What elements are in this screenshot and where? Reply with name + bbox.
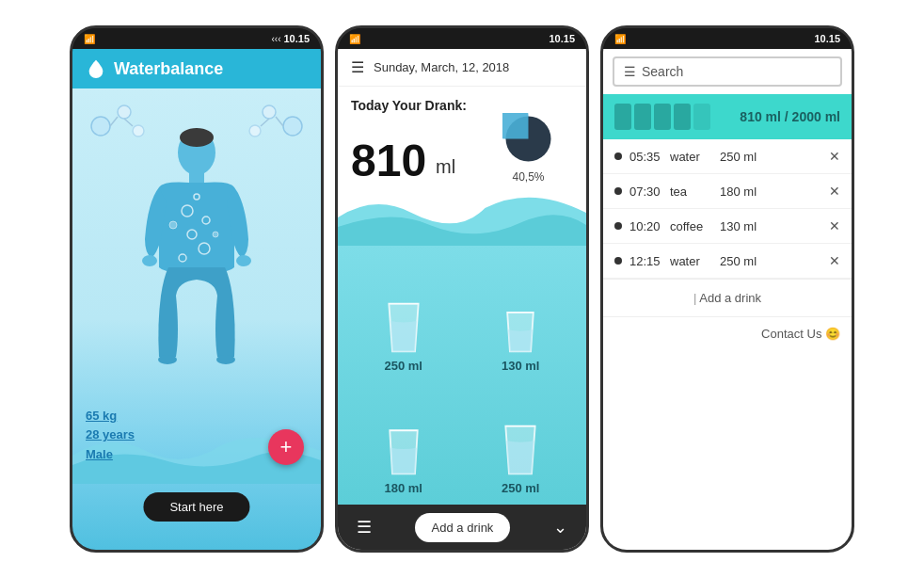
- svg-point-11: [180, 128, 214, 147]
- chevron-down-icon[interactable]: ⌄: [553, 517, 567, 538]
- svg-point-5: [283, 117, 302, 136]
- svg-point-21: [142, 255, 157, 266]
- contact-row[interactable]: Contact Us 😊: [603, 317, 852, 350]
- delete-button-2[interactable]: ✕: [829, 184, 840, 199]
- phone-3: 📶 10.15 ☰ Search: [600, 25, 854, 553]
- search-bar[interactable]: ☰ Search: [613, 56, 842, 87]
- add-drink-button[interactable]: Add a drink: [415, 513, 511, 542]
- amount-number: 810: [351, 138, 426, 184]
- phone1-stats: 65 kg 28 years Male: [86, 407, 135, 465]
- add-button[interactable]: +: [268, 429, 304, 465]
- wifi-icon-2: 📶: [349, 34, 360, 44]
- wave-section: [338, 189, 586, 246]
- drink-amount-1: 250 ml: [720, 150, 821, 164]
- drink-type-1: water: [670, 150, 712, 164]
- progress-bar-4: [674, 104, 691, 130]
- date-display: Sunday, March, 12, 2018: [374, 60, 509, 74]
- cup-4-label: 250 ml: [502, 481, 539, 495]
- amount-unit: ml: [436, 156, 455, 178]
- drink-type-4: water: [670, 254, 712, 268]
- today-section: Today Your Drank: 810 ml 40,5%: [338, 87, 586, 189]
- svg-point-19: [169, 221, 177, 229]
- list-icon[interactable]: ☰: [357, 517, 372, 538]
- status-bar-right-2: 10.15: [549, 33, 575, 44]
- status-bar-left-1: 📶: [84, 34, 95, 44]
- drink-dot-4: [614, 257, 622, 265]
- phone-1: 📶 ‹‹‹ 10.15 Waterbalance: [70, 25, 324, 553]
- cup-4: 250 ml: [465, 377, 578, 495]
- drink-dot-2: [614, 187, 622, 195]
- svg-point-6: [263, 105, 276, 119]
- svg-point-23: [158, 355, 177, 364]
- status-bar-right-3: 10.15: [814, 33, 840, 44]
- pie-percent: 40,5%: [502, 170, 554, 184]
- status-time-3: 10.15: [814, 33, 840, 44]
- app-title: Waterbalance: [114, 59, 223, 79]
- cups-section: 250 ml 130 ml: [338, 246, 586, 505]
- age-stat: 28 years: [86, 425, 135, 445]
- human-body-svg: [140, 126, 253, 390]
- weight-stat: 65 kg: [86, 407, 135, 426]
- drink-type-3: coffee: [670, 219, 712, 233]
- drink-amount-3: 130 ml: [720, 219, 821, 233]
- progress-bar-1: [614, 104, 631, 130]
- today-label: Today Your Drank:: [351, 98, 573, 113]
- progress-bar-2: [634, 104, 651, 130]
- phone1-body: 65 kg 28 years Male + Start here: [72, 88, 321, 550]
- svg-line-4: [124, 119, 133, 126]
- drink-time-1: 05:35: [629, 150, 662, 164]
- drink-amount-2: 180 ml: [720, 185, 821, 199]
- svg-rect-12: [189, 171, 204, 183]
- delete-button-1[interactable]: ✕: [829, 149, 840, 164]
- drink-item-3: 10:20 coffee 130 ml ✕: [603, 209, 852, 244]
- phone1-header: Waterbalance: [72, 49, 321, 88]
- svg-point-0: [91, 117, 110, 136]
- status-bar-left-2: 📶: [349, 34, 360, 44]
- status-bar-left-3: 📶: [614, 34, 626, 44]
- drink-amount-4: 250 ml: [720, 254, 821, 268]
- svg-point-22: [236, 255, 251, 266]
- wifi-icon-1: 📶: [84, 34, 95, 44]
- start-button[interactable]: Start here: [143, 492, 249, 522]
- gender-stat: Male: [86, 445, 135, 465]
- status-bar-3: 📶 10.15: [603, 28, 852, 49]
- svg-line-8: [276, 117, 283, 126]
- drink-dot-1: [614, 153, 622, 160]
- drink-dot-3: [614, 222, 622, 230]
- phone1-screen: Waterbalance: [72, 49, 321, 550]
- drink-time-2: 07:30: [629, 185, 662, 199]
- phone3-header: ☰ Search: [603, 49, 852, 94]
- delete-button-3[interactable]: ✕: [829, 218, 840, 233]
- progress-text: 810 ml / 2000 ml: [740, 109, 840, 124]
- status-bar-2: 📶 10.15: [338, 28, 586, 49]
- progress-bars: [614, 104, 710, 130]
- svg-point-20: [213, 232, 218, 237]
- phone2-footer: ☰ Add a drink ⌄: [338, 505, 586, 550]
- cup-2: 130 ml: [465, 255, 578, 373]
- phones-container: 📶 ‹‹‹ 10.15 Waterbalance: [0, 0, 924, 578]
- drink-item-1: 05:35 water 250 ml ✕: [603, 139, 852, 174]
- delete-button-4[interactable]: ✕: [829, 253, 840, 268]
- wifi-icon-3: 📶: [614, 34, 626, 44]
- pie-chart: 40,5%: [502, 113, 554, 184]
- cup-3-label: 180 ml: [385, 481, 422, 495]
- phone-2: 📶 10.15 ☰ Sunday, March, 12, 2018 Today …: [335, 25, 589, 553]
- status-time-1: 10.15: [283, 33, 310, 44]
- amount-row: 810 ml 40,5%: [351, 113, 573, 184]
- signal-icon-1: ‹‹‹: [271, 34, 280, 44]
- svg-line-9: [261, 119, 269, 126]
- phone2-header: ☰ Sunday, March, 12, 2018: [338, 49, 586, 87]
- progress-bar-3: [654, 104, 671, 130]
- drink-item-2: 07:30 tea 180 ml ✕: [603, 174, 852, 209]
- drink-time-4: 12:15: [629, 254, 662, 268]
- hamburger-icon[interactable]: ☰: [351, 58, 364, 76]
- drink-log: 05:35 water 250 ml ✕ 07:30 tea 180 ml ✕ …: [603, 139, 852, 550]
- phone3-screen: ☰ Search 810 ml / 2000 ml: [603, 49, 852, 550]
- drink-item-4: 12:15 water 250 ml ✕: [603, 244, 852, 279]
- cup-1: 250 ml: [347, 255, 460, 373]
- phone2-screen: ☰ Sunday, March, 12, 2018 Today Your Dra…: [338, 49, 586, 550]
- menu-icon: ☰: [624, 64, 636, 79]
- add-drink-row[interactable]: Add a drink: [603, 279, 852, 317]
- drink-type-2: tea: [670, 185, 712, 199]
- status-bar-1: 📶 ‹‹‹ 10.15: [72, 28, 321, 49]
